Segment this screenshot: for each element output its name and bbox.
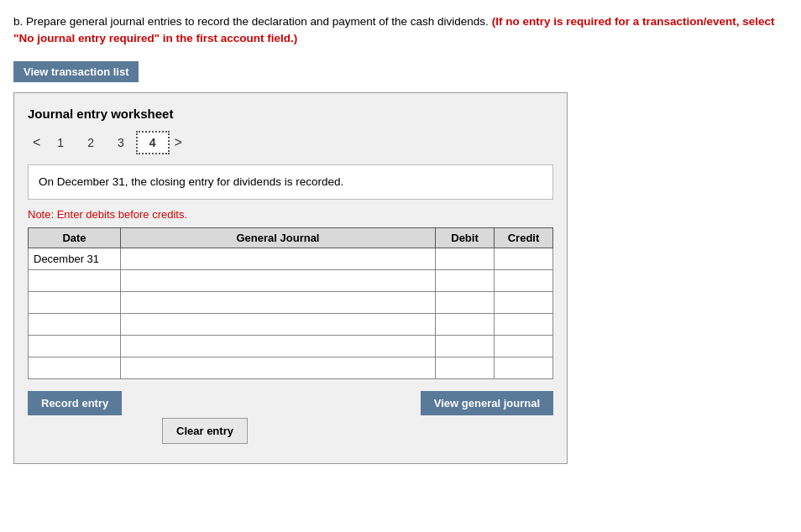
date-cell-1[interactable]: December 31 <box>29 248 121 269</box>
next-arrow[interactable]: > <box>170 133 187 152</box>
credit-cell-2[interactable] <box>495 269 553 291</box>
table-row <box>29 335 553 357</box>
journal-cell-2[interactable] <box>121 269 436 291</box>
tab-1[interactable]: 1 <box>45 133 76 153</box>
debit-cell-1[interactable] <box>436 248 495 269</box>
debit-cell-5[interactable] <box>436 335 495 357</box>
date-cell-4[interactable] <box>29 313 121 335</box>
tab-4[interactable]: 4 <box>136 131 170 154</box>
date-cell-5[interactable] <box>29 335 121 357</box>
debit-cell-4[interactable] <box>436 313 495 335</box>
instructions-part: b. <box>13 15 23 28</box>
table-row: December 31 <box>29 248 553 269</box>
view-transaction-button[interactable]: View transaction list <box>13 61 139 82</box>
credit-cell-4[interactable] <box>495 313 553 335</box>
debit-cell-2[interactable] <box>436 269 495 291</box>
date-cell-2[interactable] <box>29 269 121 291</box>
credit-cell-5[interactable] <box>495 335 553 357</box>
table-row <box>29 291 553 313</box>
debit-cell-6[interactable] <box>436 357 495 378</box>
table-row <box>29 357 553 378</box>
col-header-date: Date <box>29 227 121 248</box>
table-row <box>29 313 553 335</box>
instructions-text: b. Prepare general journal entries to re… <box>13 13 788 48</box>
debit-cell-3[interactable] <box>436 291 495 313</box>
bottom-buttons: Record entry Clear entry View general jo… <box>28 391 553 450</box>
tab-2[interactable]: 2 <box>76 133 106 153</box>
date-cell-6[interactable] <box>29 357 121 378</box>
view-general-journal-button[interactable]: View general journal <box>421 391 553 415</box>
worksheet-container: Journal entry worksheet < 1 2 3 4 > On D… <box>13 92 568 464</box>
credit-cell-1[interactable] <box>495 248 553 269</box>
entry-description: On December 31, the closing entry for di… <box>28 164 553 200</box>
col-header-journal: General Journal <box>121 227 436 248</box>
note-text: Note: Enter debits before credits. <box>28 208 553 221</box>
worksheet-title: Journal entry worksheet <box>28 107 553 121</box>
table-row <box>29 269 553 291</box>
tab-3[interactable]: 3 <box>106 133 136 153</box>
record-entry-button[interactable]: Record entry <box>28 391 122 415</box>
col-header-credit: Credit <box>495 227 553 248</box>
journal-cell-1[interactable] <box>121 248 436 269</box>
credit-cell-3[interactable] <box>495 291 553 313</box>
prev-arrow[interactable]: < <box>28 133 45 152</box>
clear-entry-button[interactable]: Clear entry <box>162 418 248 444</box>
journal-table: Date General Journal Debit Credit Decemb… <box>28 227 553 379</box>
instructions-body: Prepare general journal entries to recor… <box>26 15 489 28</box>
journal-cell-3[interactable] <box>121 291 436 313</box>
journal-cell-6[interactable] <box>121 357 436 378</box>
date-cell-3[interactable] <box>29 291 121 313</box>
journal-cell-5[interactable] <box>121 335 436 357</box>
tab-navigation: < 1 2 3 4 > <box>28 131 553 154</box>
journal-cell-4[interactable] <box>121 313 436 335</box>
col-header-debit: Debit <box>436 227 495 248</box>
credit-cell-6[interactable] <box>495 357 553 378</box>
